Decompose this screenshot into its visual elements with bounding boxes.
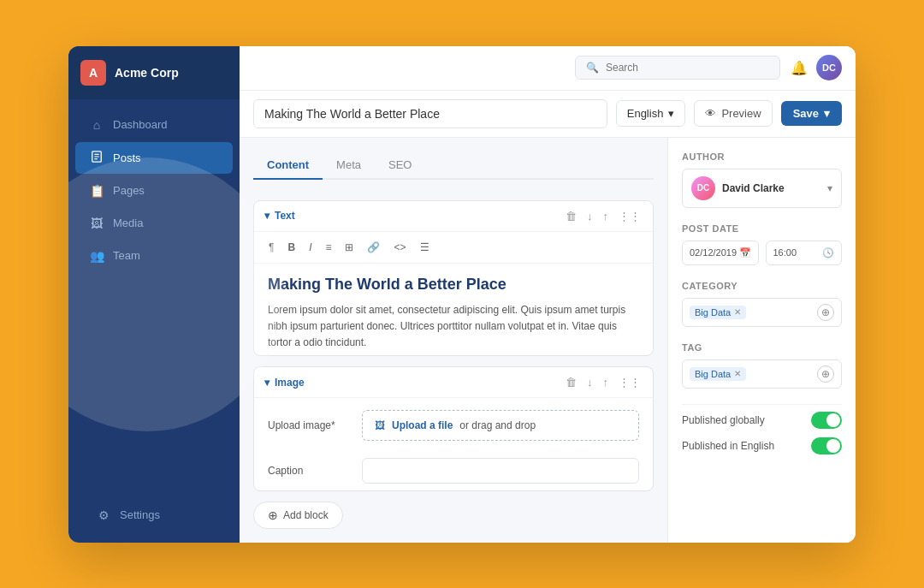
align-btn[interactable]: ☰ (416, 239, 434, 256)
chevron-down-icon: ▾ (264, 377, 270, 389)
sidebar-item-team[interactable]: 👥 Team (75, 241, 233, 271)
sidebar-item-label: Dashboard (113, 118, 168, 131)
pages-icon: 📋 (89, 184, 104, 198)
category-chip: Big Data ✕ (690, 306, 746, 319)
user-avatar[interactable]: DC (816, 55, 842, 80)
date-field[interactable]: 02/12/2019 📅 (682, 241, 759, 265)
brand-avatar: A (80, 60, 106, 86)
calendar-icon: 📅 (739, 247, 751, 258)
tab-seo[interactable]: SEO (375, 151, 425, 180)
time-field[interactable]: 16:00 🕓 (766, 241, 843, 265)
move-down-icon[interactable]: ↓ (585, 374, 595, 390)
published-english-toggle[interactable] (811, 437, 842, 454)
tag-chip-label: Big Data (695, 369, 731, 379)
text-block-header: ▾ Text 🗑 ↓ ↑ ⋮⋮ (254, 201, 653, 232)
add-block-button[interactable]: ⊕ Add block (253, 502, 343, 529)
chevron-down-icon: ▾ (824, 107, 830, 120)
text-block-label: Text (275, 210, 295, 222)
link-btn[interactable]: 🔗 (363, 239, 384, 256)
settings-icon: ⚙ (96, 508, 111, 522)
image-upload-row: Upload image* 🖼 Upload a file or drag an… (254, 398, 653, 453)
code-btn[interactable]: <> (389, 239, 410, 256)
paragraph-btn[interactable]: ¶ (264, 239, 278, 256)
upload-zone[interactable]: 🖼 Upload a file or drag and drop (362, 410, 639, 441)
chevron-down-icon: ▾ (827, 182, 832, 194)
sidebar-item-dashboard[interactable]: ⌂ Dashboard (75, 110, 233, 140)
topbar-icons: 🔔 DC (791, 55, 842, 80)
sidebar-item-posts[interactable]: Posts (75, 142, 233, 174)
move-up-icon[interactable]: ↑ (601, 374, 611, 390)
sidebar-item-label: Team (113, 249, 140, 262)
post-header: English ▾ 👁 Preview Save ▾ (240, 91, 856, 138)
delete-icon[interactable]: 🗑 (564, 374, 578, 390)
text-block-collapse[interactable]: ▾ Text (264, 210, 295, 222)
drag-icon[interactable]: ⋮⋮ (617, 208, 643, 224)
tab-content[interactable]: Content (253, 151, 323, 180)
category-section: Category Big Data ✕ ⊕ (682, 281, 842, 327)
category-add-btn[interactable]: ⊕ (817, 304, 834, 321)
category-field[interactable]: Big Data ✕ ⊕ (682, 298, 842, 327)
category-chip-label: Big Data (695, 307, 731, 318)
sidebar-bottom: ⚙ Settings (68, 488, 240, 543)
block-heading[interactable]: Making The World a Better Place (268, 276, 639, 294)
sidebar-item-settings[interactable]: ⚙ Settings (82, 500, 226, 531)
time-value: 16:00 (773, 247, 797, 258)
author-name: David Clarke (722, 182, 785, 194)
editor-section: Content Meta SEO ▾ Text 🗑 ↓ ↑ (240, 138, 667, 543)
published-globally-toggle[interactable] (811, 412, 842, 429)
content-area: Content Meta SEO ▾ Text 🗑 ↓ ↑ (240, 138, 856, 543)
tag-chip-close[interactable]: ✕ (734, 369, 741, 378)
category-label: Category (682, 281, 842, 291)
search-input[interactable] (606, 62, 769, 74)
table-btn[interactable]: ⊞ (341, 239, 358, 256)
author-info: DC David Clarke (691, 176, 785, 200)
language-button[interactable]: English ▾ (616, 100, 686, 127)
main-area: 🔍 🔔 DC English ▾ 👁 Preview Save ▾ (240, 46, 856, 543)
bold-btn[interactable]: B (283, 239, 299, 256)
brand-area[interactable]: A Acme Corp (68, 46, 240, 99)
search-icon: 🔍 (586, 62, 599, 74)
move-down-icon[interactable]: ↓ (585, 208, 595, 224)
delete-icon[interactable]: 🗑 (564, 208, 578, 224)
italic-btn[interactable]: I (305, 239, 316, 256)
caption-input[interactable] (362, 458, 639, 484)
caption-row: Caption (254, 453, 653, 490)
plus-icon: ⊕ (268, 508, 278, 522)
sidebar-item-media[interactable]: 🖼 Media (75, 208, 233, 239)
save-button[interactable]: Save ▾ (781, 101, 842, 126)
post-date-label: Post date (682, 223, 842, 234)
category-chip-close[interactable]: ✕ (734, 307, 741, 317)
block-body[interactable]: Lorem ipsum dolor sit amet, consectetur … (268, 302, 639, 352)
tag-label: Tag (682, 342, 842, 353)
image-block-collapse[interactable]: ▾ Image (264, 377, 305, 389)
home-icon: ⌂ (89, 118, 104, 132)
date-value: 02/12/2019 (690, 247, 737, 258)
author-section: Author DC David Clarke ▾ (682, 151, 842, 208)
tab-meta[interactable]: Meta (323, 151, 375, 180)
add-block-label: Add block (283, 509, 329, 521)
image-block-header: ▾ Image 🗑 ↓ ↑ ⋮⋮ (254, 367, 653, 398)
post-date-section: Post date 02/12/2019 📅 16:00 🕓 (682, 223, 842, 265)
chevron-down-icon: ▾ (264, 210, 270, 222)
sidebar-item-label: Settings (120, 508, 160, 521)
move-up-icon[interactable]: ↑ (601, 208, 611, 224)
list-btn[interactable]: ≡ (321, 239, 335, 256)
preview-button[interactable]: 👁 Preview (694, 100, 772, 127)
upload-label: Upload image* (268, 419, 345, 431)
sidebar-item-pages[interactable]: 📋 Pages (75, 175, 233, 206)
tag-field[interactable]: Big Data ✕ ⊕ (682, 359, 842, 389)
post-title-input[interactable] (253, 99, 607, 128)
text-block-toolbar: ¶ B I ≡ ⊞ 🔗 <> ☰ (254, 232, 653, 264)
sidebar: A Acme Corp ⌂ Dashboard Posts (68, 46, 240, 543)
upload-link-text[interactable]: Upload a file (392, 419, 453, 431)
tag-add-btn[interactable]: ⊕ (817, 365, 834, 383)
text-block: ▾ Text 🗑 ↓ ↑ ⋮⋮ ¶ B I (253, 200, 654, 357)
caption-label: Caption (268, 465, 345, 477)
image-block-label: Image (275, 377, 305, 389)
drag-icon[interactable]: ⋮⋮ (617, 374, 643, 390)
bell-icon[interactable]: 🔔 (791, 60, 808, 76)
author-row[interactable]: DC David Clarke ▾ (682, 169, 842, 208)
media-icon: 🖼 (89, 217, 104, 230)
language-label: English (627, 107, 664, 120)
search-bar[interactable]: 🔍 (575, 56, 780, 80)
